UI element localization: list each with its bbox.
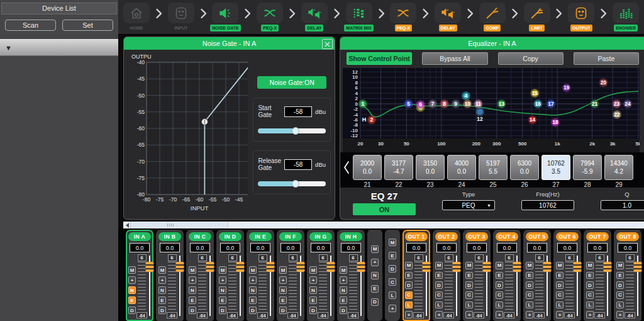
- channel-btn-e[interactable]: E: [340, 296, 347, 304]
- channel-btn-n[interactable]: N: [279, 286, 287, 294]
- channel-btn-l[interactable]: L: [586, 301, 594, 309]
- channel-btn-c[interactable]: C: [586, 291, 594, 299]
- toolbar-item-output[interactable]: OUTPUT: [564, 0, 598, 31]
- eq-band-button-24[interactable]: 40000.0: [447, 155, 476, 180]
- start-gate-value[interactable]: -58: [284, 106, 312, 117]
- fader-knob[interactable]: [145, 262, 153, 272]
- eq-band-button-25[interactable]: 51975.5: [479, 155, 508, 180]
- channel-btn-c[interactable]: C: [496, 291, 503, 299]
- channel-btn-e[interactable]: E: [128, 296, 136, 304]
- release-gate-slider-knob[interactable]: [292, 180, 299, 188]
- channel-btn-e[interactable]: E: [465, 272, 473, 279]
- toolbar-item-peq-x[interactable]: PEQ-X: [253, 0, 287, 31]
- fader-knob[interactable]: [633, 262, 641, 272]
- start-gate-slider-knob[interactable]: [292, 127, 299, 135]
- channel-strip-in-f[interactable]: IN F0.0M+NED6-64: [277, 230, 304, 321]
- freq-input[interactable]: 10762: [521, 200, 574, 210]
- channel-btn-l[interactable]: L: [526, 301, 533, 309]
- aux-btn-m[interactable]: M: [371, 245, 379, 253]
- release-gate-value[interactable]: -58: [284, 159, 312, 170]
- fader-track[interactable]: [177, 253, 182, 318]
- channel-btn-e[interactable]: E: [189, 296, 196, 304]
- channel-btn-c[interactable]: C: [526, 291, 533, 299]
- channel-strip-out-7[interactable]: OUT 70.0MEDCL+6-64: [584, 230, 611, 321]
- channel-btn-plus[interactable]: +: [249, 276, 257, 284]
- channel-btn-c[interactable]: C: [405, 291, 413, 299]
- noise-gate-on-button[interactable]: Noise Gate:ON: [257, 76, 326, 89]
- eq-point-22[interactable]: 22: [613, 110, 621, 119]
- type-select[interactable]: PEQ ▼: [442, 200, 495, 210]
- channel-btn-d[interactable]: D: [189, 307, 196, 314]
- fader-knob[interactable]: [175, 262, 184, 272]
- aux-btn-plus[interactable]: +: [389, 305, 396, 312]
- channel-btn-m[interactable]: M: [616, 262, 624, 269]
- channel-btn-e[interactable]: E: [309, 296, 317, 304]
- toolbar-item-limit[interactable]: LIMIT: [520, 0, 554, 31]
- channel-btn-m[interactable]: M: [435, 262, 443, 269]
- channel-btn-e[interactable]: E: [586, 272, 594, 279]
- fader-knob[interactable]: [573, 262, 581, 272]
- horizontal-scrollbar[interactable]: [123, 222, 644, 228]
- channel-strip-in-c[interactable]: IN C0.0M+NED6-64: [186, 230, 214, 321]
- eq-band-button-22[interactable]: 3177-4.7: [384, 155, 413, 180]
- eq-point-1[interactable]: 1: [358, 99, 367, 108]
- channel-btn-plus[interactable]: +: [309, 276, 317, 284]
- fader-track[interactable]: [147, 253, 152, 318]
- channel-btn-plus[interactable]: +: [616, 311, 624, 318]
- fader-track[interactable]: [454, 253, 458, 318]
- eq-point-10[interactable]: 10: [463, 99, 472, 108]
- bypass-all-button[interactable]: Bypass All: [422, 52, 487, 65]
- channel-gain-value[interactable]: 0.0: [557, 243, 577, 252]
- channel-btn-plus[interactable]: +: [128, 276, 136, 284]
- fader-track[interactable]: [238, 253, 242, 318]
- channel-strip-out-4[interactable]: OUT 40.0MEDCL+6-64: [493, 230, 521, 321]
- channel-btn-c[interactable]: C: [465, 291, 473, 299]
- channel-btn-m[interactable]: M: [465, 262, 473, 269]
- eq-point-8[interactable]: 8: [440, 99, 449, 108]
- toolbar-item-comp[interactable]: COMP: [475, 0, 509, 31]
- aux-btn-l[interactable]: L: [389, 291, 396, 299]
- fader-knob[interactable]: [326, 262, 335, 272]
- channel-strip-in-e[interactable]: IN E0.0M+NED6-64: [247, 230, 274, 321]
- fader-track[interactable]: [635, 253, 640, 318]
- equalizer-graph[interactable]: 121086420-2-4-6-8-10-1220305010020030050…: [343, 68, 640, 152]
- channel-gain-value[interactable]: 0.0: [587, 243, 608, 252]
- channel-btn-d[interactable]: D: [586, 281, 594, 289]
- channel-btn-l[interactable]: L: [435, 301, 443, 309]
- channel-btn-m[interactable]: M: [556, 262, 564, 269]
- fader-track[interactable]: [514, 253, 519, 318]
- fader-knob[interactable]: [296, 262, 304, 272]
- channel-strip-out-8[interactable]: OUT 80.0MEDCL+6-64: [614, 230, 641, 321]
- toolbar-item-matrix-mix[interactable]: MATRIX MIX: [342, 0, 376, 31]
- fader-track[interactable]: [575, 253, 579, 318]
- channel-btn-plus[interactable]: +: [405, 311, 413, 318]
- channel-strip-in-b[interactable]: IN B0.0M+NED6-64: [156, 230, 184, 321]
- fader-track[interactable]: [298, 253, 303, 318]
- eq-point-11[interactable]: 11: [474, 99, 483, 108]
- channel-gain-value[interactable]: 0.0: [190, 243, 210, 252]
- fader-track[interactable]: [605, 253, 609, 318]
- noise-gate-graph[interactable]: OUTPU-40-45-50-55-60-65-70-75-80-80-75-7…: [128, 52, 248, 215]
- channel-btn-m[interactable]: M: [340, 266, 347, 274]
- channel-btn-plus[interactable]: +: [435, 311, 443, 318]
- channel-strip-in-g[interactable]: IN G0.0M+NED6-64: [307, 230, 335, 321]
- channel-btn-plus[interactable]: +: [219, 276, 226, 284]
- set-button[interactable]: Set: [62, 20, 113, 31]
- channel-btn-m[interactable]: M: [249, 266, 257, 274]
- eq-point-24[interactable]: 24: [623, 99, 632, 108]
- channel-btn-m[interactable]: M: [309, 266, 317, 274]
- channel-strip-out-2[interactable]: OUT 20.0MEDCL+6-64: [433, 230, 460, 321]
- eq-band-button-28[interactable]: 7994-5.9: [573, 155, 602, 180]
- channel-gain-value[interactable]: 0.0: [311, 243, 331, 252]
- aux-btn-c[interactable]: C: [389, 278, 396, 286]
- scroll-left-arrow-icon[interactable]: [123, 222, 130, 228]
- eq-point-6[interactable]: 6: [416, 100, 425, 109]
- eq-point-15[interactable]: 15: [530, 89, 539, 98]
- channel-btn-d[interactable]: D: [556, 281, 564, 289]
- aux-btn-d[interactable]: D: [389, 265, 396, 273]
- channel-btn-e[interactable]: E: [249, 296, 257, 304]
- fader-track[interactable]: [328, 253, 333, 318]
- channel-btn-n[interactable]: N: [340, 286, 347, 294]
- aux-btn-m[interactable]: M: [389, 239, 396, 246]
- channel-btn-m[interactable]: M: [405, 262, 413, 269]
